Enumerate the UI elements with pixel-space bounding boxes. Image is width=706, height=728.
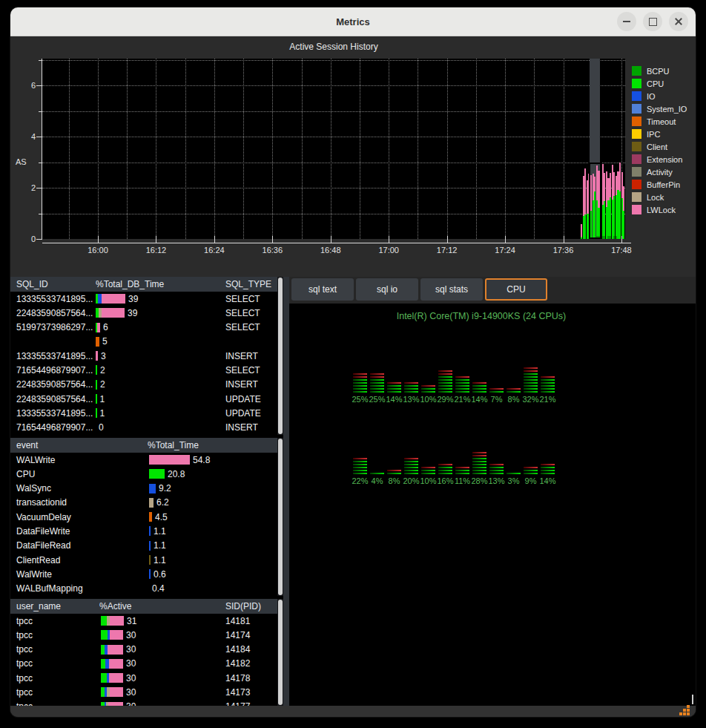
meter-segment [353, 391, 367, 393]
table-row[interactable]: WALWrite54.8 [10, 453, 277, 467]
tab-sql-stats[interactable]: sql stats [420, 278, 483, 301]
x-tick [272, 236, 273, 243]
meter-segment [472, 458, 486, 459]
table-scrollbar-thumb[interactable] [278, 439, 283, 595]
value-bar [101, 687, 123, 697]
column-header[interactable]: SQL_TYPE [225, 279, 271, 289]
x-tick-label: 16:00 [82, 246, 114, 255]
legend-item: BCPU [632, 66, 687, 76]
column-header[interactable]: %Total_DB_Time [96, 279, 164, 289]
column-header[interactable]: event [16, 440, 38, 450]
table-row[interactable]: DataFileRead1.1 [10, 539, 277, 553]
table-row[interactable]: tpcc3114181 [10, 614, 277, 628]
meter-segment [353, 376, 367, 378]
minimize-button[interactable] [617, 12, 636, 31]
meter-segment [370, 388, 384, 390]
table-row[interactable]: 71654496879907...0INSERT [10, 421, 277, 435]
cell-value: 1 [100, 394, 105, 404]
cpu-meter-label: 21% [539, 395, 555, 404]
meter-segment [438, 373, 452, 375]
table-row[interactable]: 5 [10, 335, 277, 349]
tab-cpu[interactable]: CPU [485, 278, 547, 301]
column-header[interactable]: user_name [16, 601, 61, 611]
maximize-button[interactable] [643, 12, 662, 31]
cpu-meter-cell: 14% [471, 366, 488, 404]
table-row[interactable]: 22483590857564...39SELECT [10, 306, 277, 320]
right-scrollbar-mark[interactable] [692, 695, 693, 704]
ash-plot[interactable] [42, 59, 625, 239]
timeout-bar-segment [96, 337, 99, 347]
cpu-meter-cell: 16% [437, 447, 454, 485]
cpu-meter-cell: 8% [505, 366, 522, 404]
cpu-meter-label: 25% [352, 395, 368, 404]
cpu-meter-label: 11% [455, 476, 470, 485]
table-header: user_name%ActiveSID(PID) [10, 599, 277, 614]
table-row[interactable]: transactionid6.2 [10, 496, 277, 510]
value-bar [149, 455, 190, 465]
status-bar [10, 706, 696, 717]
cpu-bar-segment [96, 394, 97, 404]
column-header[interactable]: SQL_ID [16, 279, 48, 289]
table-row[interactable]: 22483590857564...1UPDATE [10, 392, 277, 406]
table-row[interactable]: WalSync9.2 [10, 482, 277, 496]
table-row[interactable]: tpcc3014184 [10, 643, 277, 657]
ash-bar [623, 186, 624, 211]
cpu-meter [404, 366, 418, 393]
table-row[interactable]: WALBufMapping0.4 [10, 582, 277, 596]
table-row[interactable]: 22483590857564...2INSERT [10, 378, 277, 392]
table-scrollbar [277, 438, 283, 596]
meter-segment [524, 373, 538, 375]
cpu-meter [455, 366, 469, 393]
cpu-meter-cell: 4% [369, 447, 386, 485]
tab-sql-text[interactable]: sql text [291, 278, 354, 301]
lwlock-bar-segment [96, 351, 98, 361]
column-header[interactable]: SID(PID) [225, 601, 261, 611]
table-row[interactable]: CPU20.8 [10, 467, 277, 481]
cell-name: 51997373986297... [16, 322, 93, 332]
table-row[interactable]: tpcc3014177 [10, 700, 277, 706]
table-row[interactable]: tpcc3014174 [10, 628, 277, 642]
cell-value: 3 [101, 351, 106, 361]
table-row[interactable]: WalWrite0.6 [10, 567, 277, 581]
table-row[interactable]: tpcc3014173 [10, 685, 277, 699]
value-bar [149, 484, 156, 493]
table-scrollbar-thumb[interactable] [278, 600, 283, 705]
cell-value: 1.1 [154, 555, 166, 565]
table-row[interactable]: 51997373986297...6SELECT [10, 321, 277, 335]
meter-segment [455, 382, 469, 384]
table-row[interactable]: 13335533741895...39SELECT [10, 292, 277, 306]
cpu-meter-label: 8% [389, 476, 400, 485]
cell-value: 0 [99, 422, 104, 433]
column-header[interactable]: %Active [99, 601, 131, 611]
column-header[interactable]: %Total_Time [148, 440, 199, 450]
close-button[interactable] [669, 12, 688, 31]
panel-splitter[interactable] [283, 277, 289, 706]
meter-segment [455, 376, 469, 378]
table-row[interactable]: 13335533741895...1UPDATE [10, 406, 277, 420]
tab-sql-io[interactable]: sql io [356, 278, 418, 301]
meter-segment [404, 391, 418, 393]
cell-extra: 14182 [225, 658, 250, 669]
table-scrollbar-thumb[interactable] [278, 278, 283, 434]
cpu-title: Intel(R) Core(TM) i9-14900KS (24 CPUs) [289, 311, 673, 321]
cell-name: tpcc [16, 673, 33, 683]
cell-extra: 14174 [225, 630, 250, 640]
table-row[interactable]: 13335533741895...3INSERT [10, 349, 277, 363]
table-row[interactable]: ClientRead1.1 [10, 553, 277, 567]
table-row[interactable]: tpcc3014178 [10, 671, 277, 685]
meter-segment [438, 379, 452, 381]
table-row[interactable]: tpcc3014182 [10, 657, 277, 671]
cpu-meter-cell: 29% [437, 366, 454, 404]
meter-segment [387, 382, 401, 384]
legend-item: LWLock [632, 205, 687, 214]
table-row[interactable]: DataFileWrite1.1 [10, 524, 277, 538]
table-row[interactable]: VacuumDelay4.5 [10, 510, 277, 524]
cell-name: 13335533741895... [16, 351, 93, 361]
resize-grip-icon[interactable] [679, 705, 690, 716]
meter-segment [353, 388, 367, 390]
table-row[interactable]: 71654496879907...2SELECT [10, 363, 277, 377]
meter-segment [438, 470, 452, 471]
meter-segment [421, 473, 435, 474]
maximize-icon [649, 18, 657, 26]
table-body: tpcc3114181tpcc3014174tpcc3014184tpcc301… [10, 614, 277, 706]
